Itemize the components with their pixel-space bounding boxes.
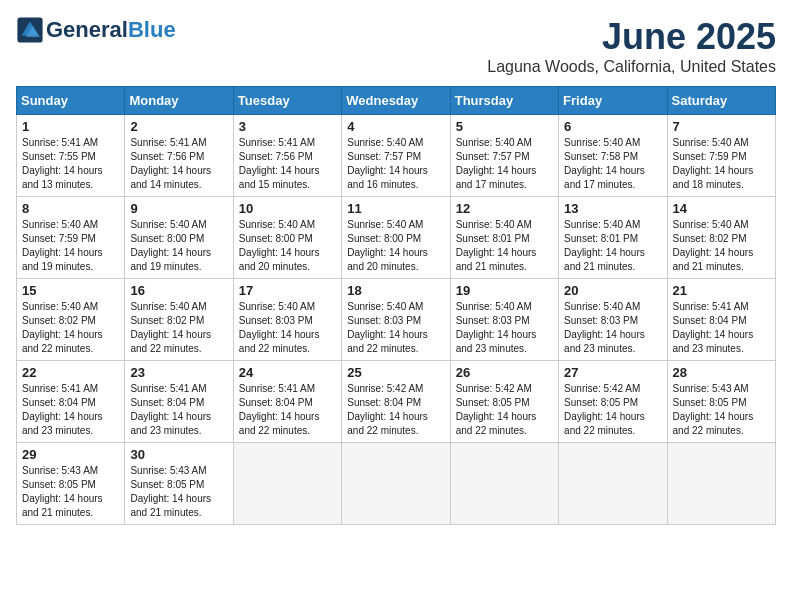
calendar-body: 1Sunrise: 5:41 AM Sunset: 7:55 PM Daylig… <box>17 115 776 525</box>
day-info: Sunrise: 5:40 AM Sunset: 8:00 PM Dayligh… <box>239 218 336 274</box>
calendar-cell: 1Sunrise: 5:41 AM Sunset: 7:55 PM Daylig… <box>17 115 125 197</box>
day-number: 6 <box>564 119 661 134</box>
calendar-cell: 23Sunrise: 5:41 AM Sunset: 8:04 PM Dayli… <box>125 361 233 443</box>
page-header: GeneralBlue June 2025 Laguna Woods, Cali… <box>16 16 776 76</box>
day-info: Sunrise: 5:40 AM Sunset: 8:03 PM Dayligh… <box>456 300 553 356</box>
calendar-cell: 5Sunrise: 5:40 AM Sunset: 7:57 PM Daylig… <box>450 115 558 197</box>
calendar-week-3: 15Sunrise: 5:40 AM Sunset: 8:02 PM Dayli… <box>17 279 776 361</box>
calendar-week-4: 22Sunrise: 5:41 AM Sunset: 8:04 PM Dayli… <box>17 361 776 443</box>
calendar-cell: 7Sunrise: 5:40 AM Sunset: 7:59 PM Daylig… <box>667 115 775 197</box>
calendar-cell: 17Sunrise: 5:40 AM Sunset: 8:03 PM Dayli… <box>233 279 341 361</box>
calendar-header: SundayMondayTuesdayWednesdayThursdayFrid… <box>17 87 776 115</box>
day-number: 1 <box>22 119 119 134</box>
logo: GeneralBlue <box>16 16 176 44</box>
day-info: Sunrise: 5:41 AM Sunset: 7:55 PM Dayligh… <box>22 136 119 192</box>
calendar-cell: 9Sunrise: 5:40 AM Sunset: 8:00 PM Daylig… <box>125 197 233 279</box>
logo-icon <box>16 16 44 44</box>
day-number: 3 <box>239 119 336 134</box>
calendar-cell: 26Sunrise: 5:42 AM Sunset: 8:05 PM Dayli… <box>450 361 558 443</box>
day-info: Sunrise: 5:40 AM Sunset: 7:59 PM Dayligh… <box>673 136 770 192</box>
day-number: 22 <box>22 365 119 380</box>
calendar-cell <box>559 443 667 525</box>
calendar-cell: 3Sunrise: 5:41 AM Sunset: 7:56 PM Daylig… <box>233 115 341 197</box>
day-info: Sunrise: 5:40 AM Sunset: 8:02 PM Dayligh… <box>22 300 119 356</box>
day-number: 27 <box>564 365 661 380</box>
calendar-cell: 21Sunrise: 5:41 AM Sunset: 8:04 PM Dayli… <box>667 279 775 361</box>
day-info: Sunrise: 5:40 AM Sunset: 8:02 PM Dayligh… <box>673 218 770 274</box>
day-info: Sunrise: 5:43 AM Sunset: 8:05 PM Dayligh… <box>22 464 119 520</box>
day-info: Sunrise: 5:41 AM Sunset: 8:04 PM Dayligh… <box>239 382 336 438</box>
day-info: Sunrise: 5:40 AM Sunset: 8:01 PM Dayligh… <box>456 218 553 274</box>
day-number: 23 <box>130 365 227 380</box>
calendar-cell: 15Sunrise: 5:40 AM Sunset: 8:02 PM Dayli… <box>17 279 125 361</box>
day-number: 8 <box>22 201 119 216</box>
calendar-week-1: 1Sunrise: 5:41 AM Sunset: 7:55 PM Daylig… <box>17 115 776 197</box>
day-number: 13 <box>564 201 661 216</box>
calendar-cell: 10Sunrise: 5:40 AM Sunset: 8:00 PM Dayli… <box>233 197 341 279</box>
weekday-header-tuesday: Tuesday <box>233 87 341 115</box>
day-number: 5 <box>456 119 553 134</box>
calendar-cell: 22Sunrise: 5:41 AM Sunset: 8:04 PM Dayli… <box>17 361 125 443</box>
day-number: 4 <box>347 119 444 134</box>
day-info: Sunrise: 5:42 AM Sunset: 8:05 PM Dayligh… <box>564 382 661 438</box>
calendar-cell: 8Sunrise: 5:40 AM Sunset: 7:59 PM Daylig… <box>17 197 125 279</box>
calendar-subtitle: Laguna Woods, California, United States <box>487 58 776 76</box>
logo-general: General <box>46 17 128 43</box>
day-info: Sunrise: 5:40 AM Sunset: 8:00 PM Dayligh… <box>130 218 227 274</box>
calendar-week-5: 29Sunrise: 5:43 AM Sunset: 8:05 PM Dayli… <box>17 443 776 525</box>
calendar-cell: 25Sunrise: 5:42 AM Sunset: 8:04 PM Dayli… <box>342 361 450 443</box>
title-block: June 2025 Laguna Woods, California, Unit… <box>487 16 776 76</box>
calendar-cell <box>450 443 558 525</box>
day-info: Sunrise: 5:40 AM Sunset: 8:00 PM Dayligh… <box>347 218 444 274</box>
day-info: Sunrise: 5:42 AM Sunset: 8:04 PM Dayligh… <box>347 382 444 438</box>
day-info: Sunrise: 5:41 AM Sunset: 8:04 PM Dayligh… <box>130 382 227 438</box>
weekday-header-thursday: Thursday <box>450 87 558 115</box>
calendar-title: June 2025 <box>487 16 776 58</box>
weekday-header-monday: Monday <box>125 87 233 115</box>
day-number: 25 <box>347 365 444 380</box>
day-number: 18 <box>347 283 444 298</box>
day-info: Sunrise: 5:41 AM Sunset: 8:04 PM Dayligh… <box>22 382 119 438</box>
weekday-header-sunday: Sunday <box>17 87 125 115</box>
day-info: Sunrise: 5:40 AM Sunset: 7:57 PM Dayligh… <box>347 136 444 192</box>
weekday-header-friday: Friday <box>559 87 667 115</box>
day-number: 30 <box>130 447 227 462</box>
day-info: Sunrise: 5:40 AM Sunset: 7:58 PM Dayligh… <box>564 136 661 192</box>
weekday-header-wednesday: Wednesday <box>342 87 450 115</box>
day-info: Sunrise: 5:41 AM Sunset: 7:56 PM Dayligh… <box>239 136 336 192</box>
day-number: 2 <box>130 119 227 134</box>
day-info: Sunrise: 5:41 AM Sunset: 7:56 PM Dayligh… <box>130 136 227 192</box>
day-number: 9 <box>130 201 227 216</box>
calendar-cell: 19Sunrise: 5:40 AM Sunset: 8:03 PM Dayli… <box>450 279 558 361</box>
calendar-week-2: 8Sunrise: 5:40 AM Sunset: 7:59 PM Daylig… <box>17 197 776 279</box>
calendar-cell: 2Sunrise: 5:41 AM Sunset: 7:56 PM Daylig… <box>125 115 233 197</box>
day-info: Sunrise: 5:40 AM Sunset: 8:03 PM Dayligh… <box>564 300 661 356</box>
day-info: Sunrise: 5:42 AM Sunset: 8:05 PM Dayligh… <box>456 382 553 438</box>
day-info: Sunrise: 5:41 AM Sunset: 8:04 PM Dayligh… <box>673 300 770 356</box>
calendar-cell: 13Sunrise: 5:40 AM Sunset: 8:01 PM Dayli… <box>559 197 667 279</box>
calendar-cell: 14Sunrise: 5:40 AM Sunset: 8:02 PM Dayli… <box>667 197 775 279</box>
day-number: 28 <box>673 365 770 380</box>
day-info: Sunrise: 5:40 AM Sunset: 8:03 PM Dayligh… <box>347 300 444 356</box>
day-number: 16 <box>130 283 227 298</box>
day-number: 26 <box>456 365 553 380</box>
calendar-cell: 6Sunrise: 5:40 AM Sunset: 7:58 PM Daylig… <box>559 115 667 197</box>
calendar-table: SundayMondayTuesdayWednesdayThursdayFrid… <box>16 86 776 525</box>
calendar-cell: 12Sunrise: 5:40 AM Sunset: 8:01 PM Dayli… <box>450 197 558 279</box>
day-info: Sunrise: 5:40 AM Sunset: 7:59 PM Dayligh… <box>22 218 119 274</box>
day-number: 17 <box>239 283 336 298</box>
day-info: Sunrise: 5:40 AM Sunset: 7:57 PM Dayligh… <box>456 136 553 192</box>
calendar-cell <box>667 443 775 525</box>
day-number: 29 <box>22 447 119 462</box>
day-number: 19 <box>456 283 553 298</box>
day-info: Sunrise: 5:43 AM Sunset: 8:05 PM Dayligh… <box>130 464 227 520</box>
day-number: 14 <box>673 201 770 216</box>
day-number: 15 <box>22 283 119 298</box>
calendar-cell: 4Sunrise: 5:40 AM Sunset: 7:57 PM Daylig… <box>342 115 450 197</box>
day-info: Sunrise: 5:40 AM Sunset: 8:03 PM Dayligh… <box>239 300 336 356</box>
day-number: 10 <box>239 201 336 216</box>
calendar-cell: 18Sunrise: 5:40 AM Sunset: 8:03 PM Dayli… <box>342 279 450 361</box>
calendar-cell: 27Sunrise: 5:42 AM Sunset: 8:05 PM Dayli… <box>559 361 667 443</box>
calendar-cell: 28Sunrise: 5:43 AM Sunset: 8:05 PM Dayli… <box>667 361 775 443</box>
calendar-cell <box>233 443 341 525</box>
